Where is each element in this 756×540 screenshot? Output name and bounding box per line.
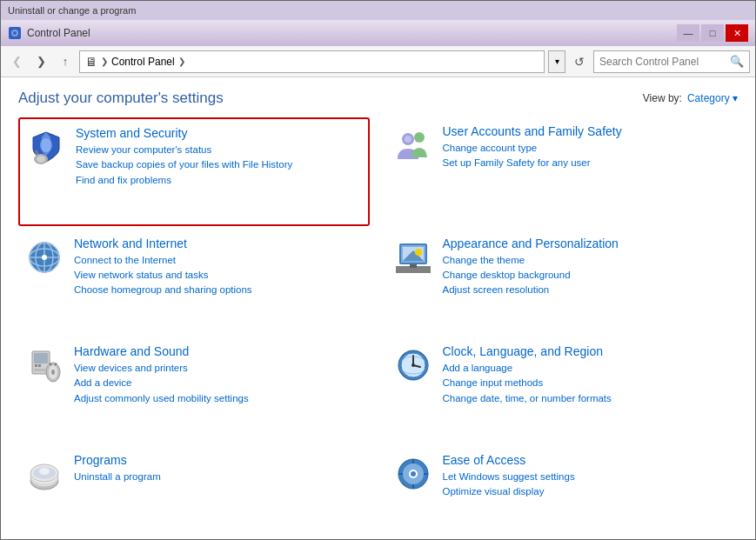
taskbar-item-label: Uninstall or change a program [8, 5, 136, 16]
network-internet-link-1[interactable]: View network status and tasks [74, 268, 365, 283]
network-internet-text: Network and InternetConnect to the Inter… [74, 237, 365, 298]
clock-language-link-0[interactable]: Add a language [443, 361, 733, 376]
hardware-sound-icon [23, 344, 65, 386]
user-accounts-text: User Accounts and Family SafetyChange ac… [443, 124, 733, 171]
svg-point-38 [411, 363, 415, 367]
categories-grid: System and SecurityReview your computer'… [1, 114, 755, 539]
main-content: Adjust your computer's settings View by:… [1, 77, 755, 539]
window-title: Control Panel [27, 27, 90, 39]
category-item-system-security[interactable]: System and SecurityReview your computer'… [18, 117, 370, 226]
appearance-title[interactable]: Appearance and Personalization [443, 237, 733, 250]
category-item-hardware-sound[interactable]: Hardware and SoundView devices and print… [18, 337, 370, 443]
address-path-text: Control Panel [111, 56, 175, 68]
system-security-title[interactable]: System and Security [76, 126, 363, 140]
appearance-text: Appearance and PersonalizationChange the… [443, 237, 733, 298]
category-item-user-accounts[interactable]: User Accounts and Family SafetyChange ac… [387, 117, 739, 226]
svg-point-3 [40, 138, 52, 152]
svg-point-15 [42, 255, 47, 260]
svg-point-45 [39, 468, 50, 475]
search-box: 🔍 [593, 50, 750, 73]
svg-rect-24 [34, 353, 48, 363]
svg-point-5 [37, 156, 45, 163]
control-panel-window: Uninstall or change a program Control Pa… [0, 0, 756, 540]
address-bar: ❮ ❯ ↑ 🖥 ❯ Control Panel ❯ ▾ ↺ 🔍 [1, 46, 755, 77]
user-accounts-title[interactable]: User Accounts and Family Safety [443, 124, 733, 138]
hardware-sound-title[interactable]: Hardware and Sound [74, 344, 365, 358]
clock-language-title[interactable]: Clock, Language, and Region [443, 344, 733, 358]
appearance-link-0[interactable]: Change the theme [443, 253, 733, 268]
title-bar: Control Panel — □ ✕ [1, 20, 755, 46]
user-accounts-icon [392, 124, 434, 166]
address-path-box[interactable]: 🖥 ❯ Control Panel ❯ [79, 50, 545, 73]
appearance-icon [392, 237, 434, 278]
svg-point-2 [13, 31, 17, 35]
ease-access-icon [392, 453, 434, 495]
ease-access-text: Ease of AccessLet Windows suggest settin… [443, 453, 733, 500]
title-bar-left: Control Panel [8, 26, 90, 40]
search-input[interactable] [599, 56, 726, 68]
system-security-link-2[interactable]: Find and fix problems [76, 173, 363, 188]
refresh-button[interactable]: ↺ [569, 50, 590, 73]
ease-access-link-0[interactable]: Let Windows suggest settings [443, 470, 733, 484]
page-header: Adjust your computer's settings View by:… [1, 77, 755, 114]
view-by-dropdown[interactable]: Category ▾ [687, 92, 738, 104]
hardware-sound-text: Hardware and SoundView devices and print… [74, 344, 365, 406]
address-dropdown-button[interactable]: ▾ [548, 50, 565, 73]
path-arrow-1: ❯ [101, 57, 108, 66]
programs-text: ProgramsUninstall a program [74, 453, 365, 484]
category-item-appearance[interactable]: Appearance and PersonalizationChange the… [387, 230, 739, 335]
hardware-sound-link-1[interactable]: Add a device [74, 376, 365, 390]
system-security-text: System and SecurityReview your computer'… [76, 126, 363, 188]
hardware-sound-link-2[interactable]: Adjust commonly used mobility settings [74, 391, 365, 406]
path-arrow-2: ❯ [178, 57, 185, 66]
minimize-button[interactable]: — [677, 24, 699, 42]
system-security-link-0[interactable]: Review your computer's status [76, 143, 363, 157]
page-title: Adjust your computer's settings [18, 90, 224, 107]
svg-point-7 [414, 132, 425, 143]
clock-language-link-1[interactable]: Change input methods [443, 376, 733, 390]
svg-rect-25 [35, 364, 37, 367]
system-security-icon [25, 126, 67, 168]
system-security-link-1[interactable]: Save backup copies of your files with Fi… [76, 157, 363, 172]
up-button[interactable]: ↑ [55, 51, 76, 72]
ease-access-link-1[interactable]: Optimize visual display [443, 484, 733, 499]
svg-point-30 [51, 370, 55, 375]
user-accounts-link-1[interactable]: Set up Family Safety for any user [443, 156, 733, 170]
search-icon[interactable]: 🔍 [730, 55, 744, 68]
category-item-ease-access[interactable]: Ease of AccessLet Windows suggest settin… [387, 446, 739, 536]
network-internet-title[interactable]: Network and Internet [74, 237, 365, 250]
control-panel-title-icon [8, 26, 22, 40]
category-item-network-internet[interactable]: Network and InternetConnect to the Inter… [18, 230, 370, 335]
category-item-programs[interactable]: ProgramsUninstall a program [18, 446, 370, 536]
programs-title[interactable]: Programs [74, 453, 365, 467]
appearance-link-1[interactable]: Change desktop background [443, 268, 733, 283]
svg-rect-27 [34, 369, 46, 371]
network-internet-icon [23, 237, 65, 278]
address-icon: 🖥 [85, 55, 97, 69]
category-item-clock-language[interactable]: Clock, Language, and RegionAdd a languag… [387, 337, 739, 443]
network-internet-link-0[interactable]: Connect to the Internet [74, 253, 365, 268]
hardware-sound-link-0[interactable]: View devices and printers [74, 361, 365, 376]
svg-point-22 [415, 249, 422, 256]
appearance-link-2[interactable]: Adjust screen resolution [443, 283, 733, 297]
clock-language-icon [392, 344, 434, 386]
svg-point-53 [411, 471, 416, 477]
network-internet-link-2[interactable]: Choose homegroup and sharing options [74, 283, 365, 297]
window-controls: — □ ✕ [677, 24, 748, 42]
user-accounts-link-0[interactable]: Change account type [443, 141, 733, 156]
programs-icon [23, 453, 65, 495]
svg-rect-26 [38, 364, 41, 367]
view-by-label: View by: [643, 92, 682, 104]
svg-point-8 [405, 136, 411, 143]
ease-access-title[interactable]: Ease of Access [443, 453, 733, 467]
svg-rect-19 [410, 264, 417, 268]
maximize-button[interactable]: □ [701, 24, 724, 42]
clock-language-link-2[interactable]: Change date, time, or number formats [443, 391, 733, 406]
clock-language-text: Clock, Language, and RegionAdd a languag… [443, 344, 733, 406]
programs-link-0[interactable]: Uninstall a program [74, 470, 365, 484]
taskbar-item[interactable]: Uninstall or change a program [1, 1, 755, 20]
back-button[interactable]: ❮ [6, 51, 27, 72]
close-button[interactable]: ✕ [726, 24, 748, 42]
forward-button[interactable]: ❯ [30, 51, 51, 72]
view-by-control: View by: Category ▾ [643, 92, 738, 104]
